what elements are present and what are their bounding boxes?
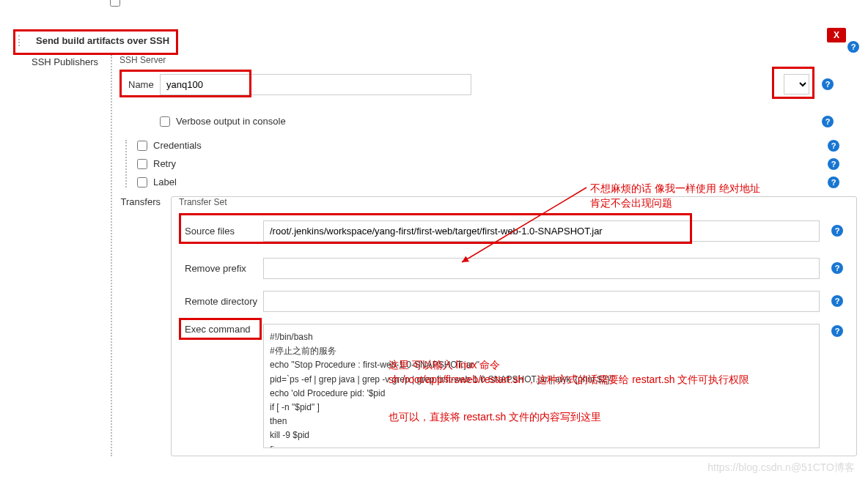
ssh-server-legend: SSH Server xyxy=(119,55,857,65)
help-icon[interactable]: ? xyxy=(828,177,839,188)
name-highlight xyxy=(119,70,251,97)
remove-prefix-label: Remove prefix xyxy=(179,263,263,274)
source-files-highlight xyxy=(179,213,692,244)
remove-prefix-input[interactable] xyxy=(263,258,820,279)
watermark: https://blog.csdn.n@51CTO博客 xyxy=(707,461,855,475)
section-title-highlight xyxy=(13,29,178,55)
annotation-2: 这里 可以输入 linux 命令 xyxy=(389,358,500,373)
annotation-4: 也可以，直接将 restart.sh 文件的内容写到这里 xyxy=(389,410,601,425)
help-icon[interactable]: ? xyxy=(831,295,843,307)
remote-dir-input[interactable] xyxy=(263,291,820,312)
exec-cmd-highlight xyxy=(179,318,262,340)
label-label: Label xyxy=(153,177,177,187)
help-icon[interactable]: ? xyxy=(831,262,843,274)
help-icon[interactable]: ? xyxy=(822,116,834,127)
annotation-3: sh /root/app/firsweb/restart.sh ，这种方式的话需… xyxy=(389,373,749,387)
help-icon[interactable]: ? xyxy=(822,78,834,90)
ssh-name-select[interactable] xyxy=(784,74,809,94)
annotation-1: 不想麻烦的话 像我一样使用 绝对地址 肯定不会出现问题 xyxy=(590,182,760,210)
credentials-label: Credentials xyxy=(153,140,202,151)
retry-label: Retry xyxy=(153,158,176,169)
help-icon[interactable]: ? xyxy=(831,225,843,237)
help-icon[interactable]: ? xyxy=(828,140,839,152)
help-icon[interactable]: ? xyxy=(847,41,859,53)
retry-checkbox[interactable] xyxy=(137,159,147,169)
label-checkbox[interactable] xyxy=(137,177,147,187)
remote-dir-label: Remote directory xyxy=(179,296,263,307)
transfers-label: Transfers xyxy=(119,196,171,456)
credentials-checkbox[interactable] xyxy=(137,141,147,151)
help-icon[interactable]: ? xyxy=(831,325,843,337)
help-icon[interactable]: ? xyxy=(828,158,839,170)
verbose-label: Verbose output in console xyxy=(176,116,286,127)
ssh-publishers-label: SSH Publishers xyxy=(32,55,111,456)
close-button[interactable]: X xyxy=(827,28,846,42)
verbose-checkbox[interactable] xyxy=(160,116,170,127)
top-checkbox[interactable] xyxy=(110,0,120,7)
